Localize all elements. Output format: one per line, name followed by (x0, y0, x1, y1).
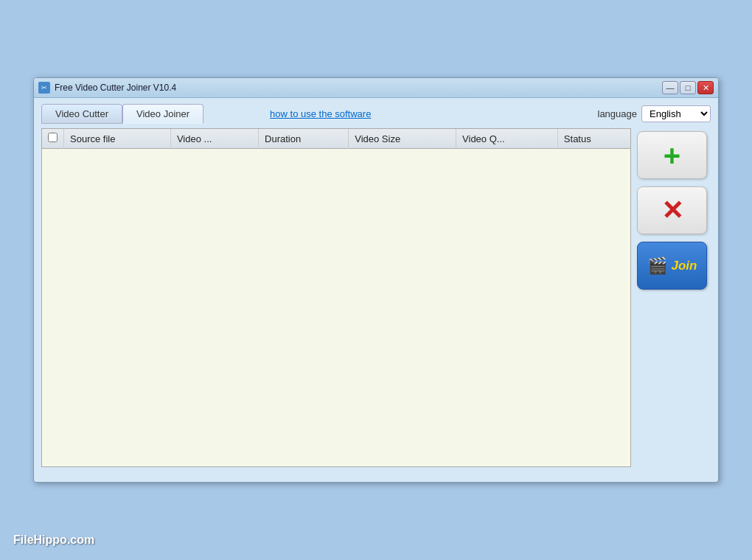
close-button[interactable]: ✕ (697, 81, 714, 94)
maximize-button[interactable]: □ (680, 81, 696, 94)
language-select[interactable]: English French German Spanish Chinese (641, 105, 711, 122)
window-controls: — □ ✕ (662, 81, 714, 94)
title-bar: ✂ Free Video Cutter Joiner V10.4 — □ ✕ (34, 78, 718, 98)
filehippo-watermark: FileHippo.com (13, 533, 94, 547)
join-button[interactable]: 🎬 Join (637, 242, 707, 290)
main-panel: Source file Video ... Duration Video Siz… (41, 128, 711, 467)
language-area: language English French German Spanish C… (598, 105, 711, 122)
source-file-header: Source file (64, 129, 171, 149)
minimize-button[interactable]: — (662, 81, 678, 94)
video-format-header: Video ... (170, 129, 258, 149)
tab-video-cutter[interactable]: Video Cutter (41, 104, 122, 124)
file-table-container: Source file Video ... Duration Video Siz… (41, 128, 631, 467)
add-file-button[interactable]: + (637, 131, 707, 179)
main-window: ✂ Free Video Cutter Joiner V10.4 — □ ✕ V… (33, 77, 719, 483)
tabs-bar: Video Cutter Video Joiner how to use the… (41, 104, 711, 124)
title-bar-left: ✂ Free Video Cutter Joiner V10.4 (38, 82, 176, 94)
video-size-header: Video Size (349, 129, 456, 149)
tab-video-joiner[interactable]: Video Joiner (122, 104, 203, 124)
checkbox-column-header (42, 129, 64, 149)
file-table: Source file Video ... Duration Video Siz… (42, 129, 630, 149)
howto-link[interactable]: how to use the software (270, 108, 371, 119)
join-label: Join (672, 259, 697, 273)
language-label: language (598, 108, 638, 119)
video-quality-header: Video Q... (456, 129, 558, 149)
table-header-row: Source file Video ... Duration Video Siz… (42, 129, 630, 149)
duration-header: Duration (259, 129, 349, 149)
select-all-checkbox[interactable] (48, 133, 58, 142)
plus-icon: + (664, 141, 680, 170)
app-icon: ✂ (38, 82, 50, 94)
x-icon: ✕ (661, 197, 683, 224)
window-title: Free Video Cutter Joiner V10.4 (55, 83, 176, 93)
status-header: Status (557, 129, 630, 149)
content-area: Video Cutter Video Joiner how to use the… (34, 98, 718, 482)
join-icon: 🎬 (647, 256, 667, 276)
remove-file-button[interactable]: ✕ (637, 186, 707, 234)
side-buttons: + ✕ 🎬 Join (637, 128, 711, 467)
